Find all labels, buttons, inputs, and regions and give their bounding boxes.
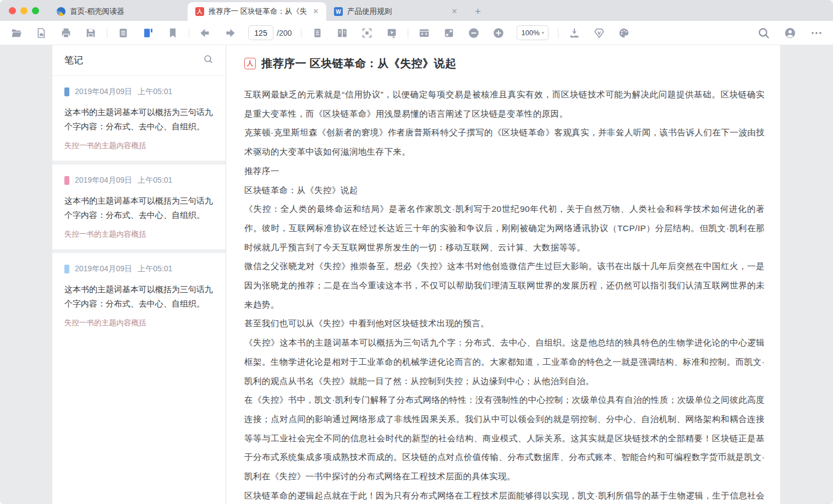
more-options-button[interactable] — [810, 26, 823, 40]
note-time: 上午05:01 — [138, 87, 172, 97]
zoom-level-value: 100% — [522, 29, 540, 37]
fullscreen-button[interactable] — [360, 26, 374, 40]
minimize-window-button[interactable] — [20, 7, 28, 14]
document-page: 人 推荐序一 区块链革命：从《失控》说起 互联网最缺乏的元素就是“信用协议”，以… — [226, 45, 780, 504]
note-source-link[interactable]: 失控一书的主题内容概括 — [64, 318, 213, 328]
bookmark-panel-button[interactable] — [166, 26, 179, 40]
note-date-row: 2019年04月09日 上午05:01 — [64, 264, 213, 274]
download-button[interactable] — [568, 26, 581, 40]
page-indicator: /200 — [248, 25, 292, 40]
notes-panel-button[interactable] — [141, 26, 155, 40]
double-page-view-button[interactable] — [336, 26, 349, 40]
document-title-row: 人 推荐序一 区块链革命：从《失控》说起 — [244, 56, 765, 71]
note-date: 2019年04月09日 — [75, 264, 132, 274]
note-item[interactable]: 2019年04月09日 上午05:01 这本书的主题词基本可以概括为三句话九个字… — [52, 249, 226, 338]
close-tab-icon[interactable]: ✕ — [311, 7, 321, 17]
content-area: 笔记 2019年04月09日 上午05:01 这本书的主题词基本可以概括为三句话… — [0, 45, 833, 504]
maximize-window-button[interactable] — [32, 7, 39, 14]
note-item[interactable]: 2019年04月09日 上午05:01 这本书的主题词基本可以概括为三句话九个字… — [52, 161, 226, 249]
new-tab-button[interactable]: + — [465, 2, 491, 21]
highlight-marker-icon — [64, 176, 69, 185]
word-file-icon: W — [334, 7, 343, 16]
paragraph: 互联网最缺乏的元素就是“信用协议”，以便确定每项交易是被核准且真实有效，而区块链… — [244, 85, 765, 123]
tab-home[interactable]: 首页-稻壳阅读器 — [49, 2, 188, 21]
toolbar-divider — [189, 28, 189, 38]
pdf-file-icon: 人 — [195, 7, 204, 16]
open-file-button[interactable] — [10, 26, 23, 40]
vip-badge-button[interactable] — [593, 26, 606, 40]
zoom-out-button[interactable] — [467, 26, 480, 40]
document-title: 推荐序一 区块链革命：从《失控》说起 — [261, 56, 457, 71]
paragraph: 区块链革命的逻辑起点就在于此！因为只有分布式网络在工程技术层面能够得以实现，凯文… — [244, 486, 765, 504]
note-source-link[interactable]: 失控一书的主题内容概括 — [64, 229, 213, 239]
window-controls — [0, 0, 49, 21]
right-gutter — [780, 45, 833, 504]
close-tab-icon[interactable]: ✕ — [450, 7, 459, 17]
paragraph: 微信之父张晓龙对《失控》推崇备至。想必《失控》这本书对他创造微信产生过巨大影响。… — [244, 257, 765, 314]
paragraph: 推荐序一 — [244, 162, 765, 181]
toolbar-divider — [558, 28, 558, 38]
notes-sidebar: 笔记 2019年04月09日 上午05:01 这本书的主题词基本可以概括为三句话… — [52, 45, 226, 504]
previous-page-button[interactable] — [199, 26, 212, 40]
highlight-marker-icon — [64, 87, 69, 96]
zoom-in-button[interactable] — [492, 26, 505, 40]
highlight-marker-icon — [64, 265, 69, 273]
paragraph: 在《失控》书中，凯文·凯利专门解释了分布式网络的特性：没有强制性的中心控制；次级… — [244, 391, 765, 486]
toolbar-divider — [408, 28, 408, 38]
paragraph: 《失控：全人类的最终命运和结局》是著名作家凯文·凯利写于20世纪90年代初，关于… — [244, 200, 765, 257]
toolbar-divider — [301, 28, 302, 38]
note-date: 2019年04月09日 — [75, 87, 132, 97]
cloud-document-button[interactable] — [35, 26, 48, 40]
search-button[interactable] — [757, 26, 770, 40]
tab-word-document[interactable]: W 产品使用规则 ✕ — [326, 2, 465, 21]
chevron-down-icon: ▾ — [542, 30, 544, 35]
left-gutter — [0, 45, 52, 504]
note-source-link[interactable]: 失控一书的主题内容概括 — [64, 141, 213, 151]
toolbar: /200 — [0, 21, 833, 45]
tab-label: 产品使用规则 — [347, 7, 445, 17]
note-item[interactable]: 2019年04月09日 上午05:01 这本书的主题词基本可以概括为三句话九个字… — [52, 76, 226, 161]
note-text: 这本书的主题词基本可以概括为三句话九个字内容：分布式、去中心、自组织。 — [64, 105, 213, 134]
paragraph: 区块链革命：从《失控》说起 — [244, 181, 765, 200]
account-button[interactable] — [783, 26, 797, 40]
tab-label: 推荐序一 区块链革命：从《失控... — [209, 7, 306, 17]
notes-search-icon[interactable] — [203, 54, 213, 67]
sidebar-header: 笔记 — [52, 45, 226, 76]
tab-label: 首页-稻壳阅读器 — [70, 7, 182, 17]
paragraph: 《失控》这本书的主题词基本可以概括为三句话九个字：分布式、去中心、自组织。这是他… — [244, 333, 765, 391]
fit-page-button[interactable] — [442, 26, 456, 40]
document-body: 互联网最缺乏的元素就是“信用协议”，以便确定每项交易是被核准且真实有效，而区块链… — [244, 85, 765, 504]
theme-palette-button[interactable] — [617, 26, 631, 40]
note-date-row: 2019年04月09日 上午05:01 — [64, 176, 213, 185]
note-time: 上午05:01 — [138, 176, 172, 185]
pdf-icon: 人 — [244, 58, 256, 69]
app-window: 首页-稻壳阅读器 人 推荐序一 区块链革命：从《失控... ✕ W 产品使用规则… — [0, 0, 833, 504]
sidebar-title: 笔记 — [64, 54, 83, 67]
note-text: 这本书的主题词基本可以概括为三句话九个字内容：分布式、去中心、自组织。 — [64, 194, 213, 222]
paragraph: 甚至我们也可以从《失控》中看到他对区块链技术出现的预言。 — [244, 314, 765, 333]
note-date: 2019年04月09日 — [75, 176, 132, 185]
single-page-view-button[interactable] — [311, 26, 324, 40]
zoom-level-select[interactable]: 100% ▾ — [517, 25, 549, 40]
paragraph: 克莱顿·克里斯坦森《创新者的窘境》作者唐普斯科特父子撰写的《区块链革命》客观真实… — [244, 123, 765, 161]
save-button[interactable] — [84, 26, 97, 40]
note-time: 上午05:01 — [138, 264, 172, 274]
next-page-button[interactable] — [223, 26, 237, 40]
daoke-logo-icon — [57, 7, 65, 16]
presentation-button[interactable] — [385, 26, 398, 40]
toolbar-divider — [107, 28, 107, 38]
page-number-input[interactable] — [248, 25, 273, 40]
page-total-label: /200 — [277, 29, 292, 37]
tab-pdf-document[interactable]: 人 推荐序一 区块链革命：从《失控... ✕ — [188, 2, 326, 21]
outline-panel-button[interactable] — [117, 26, 130, 40]
close-window-button[interactable] — [9, 7, 16, 14]
fit-width-button[interactable] — [418, 26, 431, 40]
print-button[interactable] — [59, 26, 73, 40]
note-date-row: 2019年04月09日 上午05:01 — [64, 87, 213, 97]
note-text: 这本书的主题词基本可以概括为三句话九个字内容：分布式、去中心、自组织。 — [64, 282, 213, 311]
tab-strip: 首页-稻壳阅读器 人 推荐序一 区块链革命：从《失控... ✕ W 产品使用规则… — [0, 0, 833, 21]
